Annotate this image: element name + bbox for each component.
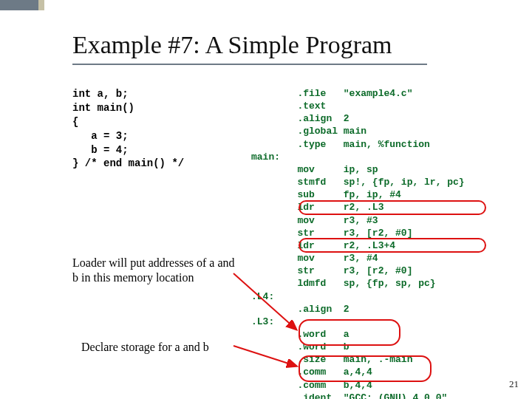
annotation-loader: Loader will put addresses of a and b in … [72, 256, 235, 285]
slide-decoration [0, 0, 44, 10]
anno-box-ldr-l3 [299, 200, 486, 215]
anno-box-word-ab [299, 319, 400, 346]
anno-box-ldr-l3plus4 [299, 238, 486, 253]
title-underline [72, 64, 427, 65]
slide-title: Example #7: A Simple Program [72, 31, 392, 59]
c-source-code: int a, b; int main() { a = 3; b = 4; } /… [72, 87, 184, 171]
anno-box-comm-ab [299, 355, 432, 382]
page-number: 21 [509, 378, 519, 390]
annotation-storage: Declare storage for a and b [81, 340, 244, 355]
